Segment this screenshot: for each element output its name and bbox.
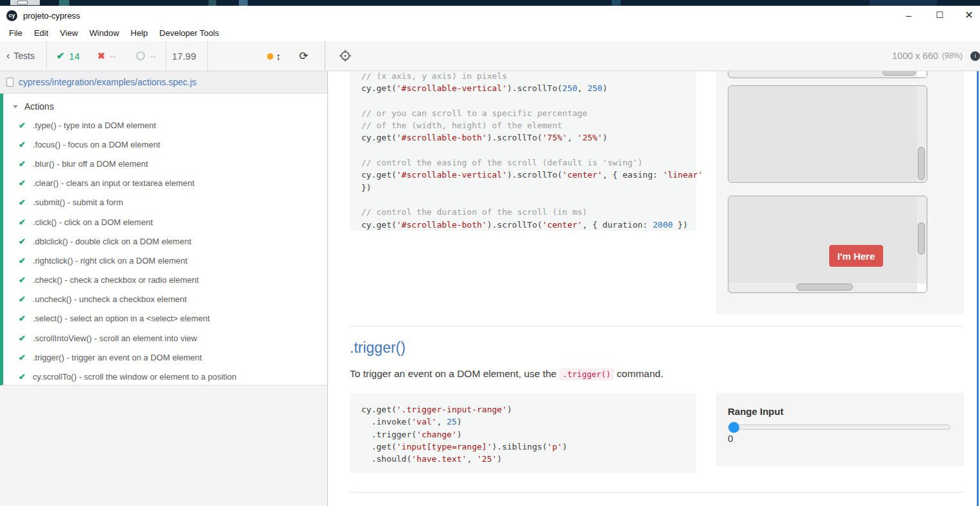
test-item-label: .uncheck() - uncheck a checkbox element bbox=[33, 294, 187, 304]
test-item-label: .click() - click on a DOM element bbox=[33, 217, 153, 227]
test-item[interactable]: ✔ .click() - click on a DOM element bbox=[3, 212, 327, 232]
section-divider bbox=[350, 326, 969, 326]
close-button[interactable]: ✕ bbox=[958, 6, 980, 25]
selector-playground-icon[interactable] bbox=[340, 50, 351, 64]
test-item[interactable]: ✔ .scrollIntoView() - scroll an element … bbox=[3, 328, 327, 348]
maximize-button[interactable]: ☐ bbox=[929, 6, 950, 25]
menu-developer-tools[interactable]: Developer Tools bbox=[153, 28, 225, 38]
refresh-icon[interactable]: ⟳ bbox=[299, 41, 308, 71]
cypress-logo-icon: cy bbox=[6, 10, 17, 21]
suite-actions-toggle[interactable]: Actions bbox=[3, 94, 327, 115]
test-item-label: cy.scrollTo() - scroll the window or ele… bbox=[33, 372, 237, 382]
trigger-desc-before: To trigger an event on a DOM element, us… bbox=[350, 368, 560, 379]
title-bar: cy projeto-cypress – ☐ ✕ bbox=[0, 6, 980, 25]
test-list-items: ✔ .type() - type into a DOM element ✔ .f… bbox=[3, 115, 327, 387]
vertical-scrollbar-thumb[interactable] bbox=[918, 147, 925, 180]
test-item-label: .trigger() - trigger an event on a DOM e… bbox=[33, 353, 202, 362]
test-item-label: .submit() - submit a form bbox=[33, 198, 123, 207]
test-item[interactable]: ✔ .check() - check a checkbox or radio e… bbox=[3, 271, 327, 290]
toolbar-divider bbox=[325, 41, 325, 71]
scrollable-both-box[interactable]: I'm Here bbox=[728, 196, 927, 293]
test-passed-check-icon: ✔ bbox=[19, 217, 26, 227]
test-passed-check-icon: ✔ bbox=[19, 140, 26, 149]
back-to-tests-label: Tests bbox=[13, 51, 35, 61]
range-value: 0 bbox=[728, 433, 733, 444]
test-item-label: .scrollIntoView() - scroll an element in… bbox=[33, 333, 197, 343]
collapse-caret-icon bbox=[13, 105, 18, 108]
scrollable-horizontal-box[interactable] bbox=[728, 71, 927, 78]
passed-count: 14 bbox=[69, 51, 80, 62]
menu-file[interactable]: File bbox=[3, 28, 28, 38]
test-item[interactable]: ✔ .blur() - blur off a DOM element bbox=[3, 154, 327, 173]
vertical-scrollbar[interactable] bbox=[917, 87, 926, 181]
horizontal-scrollbar[interactable] bbox=[729, 71, 917, 77]
toolbar-divider bbox=[46, 41, 47, 71]
minimize-button[interactable]: – bbox=[898, 6, 920, 25]
test-passed-check-icon: ✔ bbox=[19, 333, 26, 343]
test-passed-check-icon: ✔ bbox=[19, 372, 26, 382]
test-list: Actions ✔ .type() - type into a DOM elem… bbox=[0, 94, 327, 385]
background-fragment bbox=[612, 0, 621, 6]
background-window-icon bbox=[17, 1, 28, 4]
range-slider[interactable] bbox=[728, 425, 950, 430]
test-passed-check-icon: ✔ bbox=[19, 353, 26, 362]
test-item-label: .clear() - clears an input or textarea e… bbox=[33, 178, 194, 188]
scrollbar-corner bbox=[917, 71, 926, 77]
menu-edit[interactable]: Edit bbox=[28, 28, 54, 38]
background-fragment bbox=[870, 0, 937, 6]
background-fragment bbox=[59, 0, 69, 6]
duration-value: 17.99 bbox=[172, 41, 196, 71]
trigger-desc-after: command. bbox=[614, 368, 664, 379]
test-item-label: .check() - check a checkbox or radio ele… bbox=[33, 275, 199, 285]
test-item[interactable]: ✔ .focus() - focus on a DOM element bbox=[3, 135, 327, 154]
aut-frame: // (x axis, y axis) in pixelscy.get('#sc… bbox=[329, 71, 980, 506]
passed-check-icon: ✔ bbox=[56, 50, 65, 62]
test-item[interactable]: ✔ .trigger() - trigger an event on a DOM… bbox=[3, 348, 327, 367]
test-item[interactable]: ✔ .select() - select an option in a <sel… bbox=[3, 309, 327, 328]
pending-circle-icon bbox=[136, 51, 145, 60]
menu-window[interactable]: Window bbox=[83, 28, 125, 38]
menu-help[interactable]: Help bbox=[125, 28, 154, 38]
test-passed-check-icon: ✔ bbox=[19, 237, 26, 246]
spec-header[interactable]: cypress/integration/examples/actions.spe… bbox=[0, 71, 327, 94]
auto-scroll-icon[interactable]: ↕ bbox=[276, 41, 281, 71]
test-item[interactable]: ✔ .dblclick() - double click on a DOM el… bbox=[3, 232, 327, 251]
background-fragment bbox=[239, 0, 248, 6]
range-slider-thumb[interactable] bbox=[728, 422, 739, 433]
im-here-button[interactable]: I'm Here bbox=[829, 245, 883, 267]
trigger-code-block: cy.get('.trigger-input-range') .invoke('… bbox=[350, 393, 696, 473]
background-window-fragment bbox=[10, 0, 40, 5]
menu-view[interactable]: View bbox=[54, 28, 83, 38]
test-item[interactable]: ✔ .rightclick() - right click on a DOM e… bbox=[3, 251, 327, 270]
horizontal-scrollbar[interactable] bbox=[729, 283, 917, 292]
test-item[interactable]: ✔ .submit() - submit a form bbox=[3, 193, 327, 212]
trigger-heading[interactable]: .trigger() bbox=[350, 339, 406, 357]
viewport-right-edge bbox=[977, 71, 979, 506]
spec-path[interactable]: cypress/integration/examples/actions.spe… bbox=[19, 77, 196, 87]
viewport-info-icon[interactable]: i bbox=[970, 51, 980, 61]
failed-count: -- bbox=[110, 51, 116, 62]
test-passed-check-icon: ✔ bbox=[19, 178, 26, 188]
test-item[interactable]: ✔ .uncheck() - uncheck a checkbox elemen… bbox=[3, 290, 327, 309]
desktop-background-strip bbox=[0, 0, 980, 6]
failed-x-icon: ✖ bbox=[98, 51, 105, 61]
scrollable-vertical-box[interactable] bbox=[728, 85, 927, 183]
test-passed-check-icon: ✔ bbox=[19, 198, 26, 207]
test-passed-check-icon: ✔ bbox=[19, 121, 26, 130]
test-item[interactable]: ✔ .type() - type into a DOM element bbox=[3, 115, 327, 135]
suite-label: Actions bbox=[24, 101, 54, 112]
test-passed-check-icon: ✔ bbox=[19, 294, 26, 304]
vertical-scrollbar-thumb[interactable] bbox=[918, 223, 925, 255]
horizontal-scrollbar-thumb[interactable] bbox=[882, 71, 916, 76]
test-item-label: .blur() - blur off a DOM element bbox=[33, 159, 148, 169]
background-fragment bbox=[209, 0, 216, 6]
vertical-scrollbar[interactable] bbox=[917, 197, 926, 283]
test-item[interactable]: ✔ .clear() - clears an input or textarea… bbox=[3, 174, 327, 193]
menu-bar: File Edit View Window Help Developer Too… bbox=[0, 25, 980, 41]
test-passed-check-icon: ✔ bbox=[19, 159, 26, 169]
back-to-tests-button[interactable]: ‹ Tests bbox=[6, 41, 35, 71]
horizontal-scrollbar-thumb[interactable] bbox=[796, 283, 853, 291]
test-item[interactable]: ✔ cy.scrollTo() - scroll the window or e… bbox=[3, 367, 327, 386]
back-chevron-icon: ‹ bbox=[6, 50, 10, 62]
test-item-label: .type() - type into a DOM element bbox=[33, 121, 156, 130]
